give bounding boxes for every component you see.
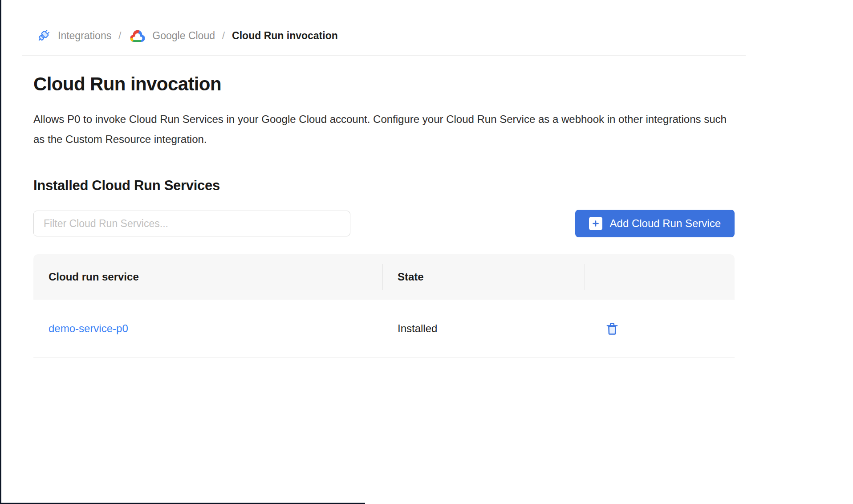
delete-service-button[interactable]: [602, 319, 622, 338]
services-table: Cloud run service State demo-service-p0 …: [33, 254, 735, 358]
services-toolbar: Add Cloud Run Service: [33, 210, 735, 237]
window-left-border: [0, 0, 1, 504]
installed-services-heading: Installed Cloud Run Services: [33, 178, 853, 194]
breadcrumb: Integrations /: [35, 27, 853, 45]
breadcrumb-separator: /: [222, 30, 225, 41]
api-plug-icon: [31, 23, 57, 49]
google-cloud-logo: [128, 28, 147, 44]
header-divider: [22, 55, 746, 56]
breadcrumb-label: Integrations: [58, 30, 111, 42]
page-description: Allows P0 to invoke Cloud Run Services i…: [33, 109, 730, 149]
page-title: Cloud Run invocation: [33, 73, 853, 95]
service-state: Installed: [382, 322, 585, 335]
add-cloud-run-service-button[interactable]: Add Cloud Run Service: [575, 210, 735, 237]
breadcrumb-label: Cloud Run invocation: [232, 30, 338, 42]
plus-icon: [589, 217, 602, 230]
service-link[interactable]: demo-service-p0: [49, 322, 128, 334]
breadcrumb-item-integrations[interactable]: Integrations: [35, 27, 111, 45]
table-row: demo-service-p0 Installed: [33, 300, 735, 358]
header-column-divider: [382, 264, 383, 290]
add-button-label: Add Cloud Run Service: [610, 217, 721, 230]
filter-services-input[interactable]: [33, 211, 350, 236]
header-column-divider: [585, 264, 585, 290]
services-table-header: Cloud run service State: [33, 254, 735, 300]
column-header-state: State: [382, 271, 585, 283]
breadcrumb-label: Google Cloud: [152, 30, 215, 42]
breadcrumb-item-google-cloud[interactable]: Google Cloud: [128, 28, 215, 44]
breadcrumb-separator: /: [118, 30, 121, 41]
trash-icon: [605, 321, 620, 336]
column-header-cloud-run-service: Cloud run service: [33, 271, 382, 283]
breadcrumb-item-current-page: Cloud Run invocation: [232, 30, 338, 42]
